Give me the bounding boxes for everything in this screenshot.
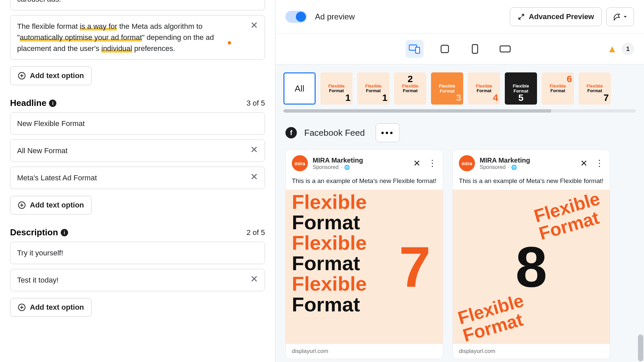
view-portrait[interactable] — [466, 40, 484, 58]
view-landscape[interactable] — [496, 40, 514, 58]
thumb-all[interactable]: All — [283, 72, 316, 105]
advanced-preview-label: Advanced Preview — [529, 12, 594, 21]
thumb-7[interactable]: FlexibleFormat7 — [579, 72, 611, 105]
thumbnail-scrollbar[interactable] — [283, 109, 636, 113]
headline-row-2[interactable]: Meta's Latest Ad Format ✕ — [10, 167, 265, 189]
card-menu-icon[interactable]: ⋮ — [595, 158, 604, 169]
description-section-head: Description i 2 of 5 — [10, 227, 265, 238]
description-count: 2 of 5 — [247, 228, 265, 237]
thumb-3[interactable]: FlexibleFormat3 — [431, 72, 463, 105]
headline-row-1[interactable]: All New Format ✕ — [10, 139, 265, 162]
portrait-icon — [471, 44, 479, 54]
primary-text-partial: carousel ads. — [17, 0, 61, 3]
info-icon[interactable]: i — [49, 100, 56, 107]
remove-text-option-icon[interactable]: ✕ — [250, 21, 258, 30]
view-square[interactable] — [436, 40, 454, 58]
page-avatar[interactable]: mira — [459, 155, 475, 171]
sponsored-label: Sponsored — [313, 164, 338, 170]
thumb-1b[interactable]: FlexibleFormat1 — [357, 72, 389, 105]
primary-text-2-d: preferences. — [132, 44, 175, 53]
display-url: displayurl.com — [453, 344, 610, 359]
description-text-0: Try it yourself! — [17, 247, 258, 258]
facebook-icon: f — [285, 127, 297, 138]
ad-card-2: mira MIRA Marketing Sponsored·🌐 ✕ ⋮ This… — [452, 149, 610, 359]
info-icon[interactable]: i — [61, 229, 68, 236]
page-name[interactable]: MIRA Marketing — [313, 157, 409, 164]
pane-scrollbar[interactable] — [638, 335, 643, 361]
headline-text-0: New Flexible Format — [17, 118, 258, 129]
add-primary-text-button[interactable]: Add text option — [10, 66, 92, 85]
card-close-icon[interactable]: ✕ — [413, 158, 421, 169]
creative-thumbnail-strip: All FlexibleFormat1 FlexibleFormat1 Flex… — [275, 64, 644, 109]
globe-icon: 🌐 — [344, 165, 350, 170]
description-text-1: Test it today! — [17, 275, 245, 286]
ad-creative-1[interactable]: Flexible Format Flexible Format Flexible… — [286, 190, 443, 344]
remove-description-icon[interactable]: ✕ — [250, 275, 258, 284]
preview-header: Ad preview Advanced Preview — [275, 0, 644, 34]
add-text-label: Add text option — [30, 71, 84, 80]
ad-primary-text: This is a an example of Meta's new Flexi… — [286, 177, 443, 190]
separator: · — [340, 164, 342, 170]
remove-headline-icon[interactable]: ✕ — [250, 172, 258, 182]
card-menu-icon[interactable]: ⋮ — [428, 158, 437, 169]
svg-rect-13 — [441, 45, 448, 53]
share-icon — [613, 13, 621, 21]
headline-row-0[interactable]: New Flexible Format — [10, 112, 265, 135]
warning-count-badge[interactable]: 1 — [622, 43, 634, 55]
svg-rect-15 — [500, 46, 510, 52]
thumb-5[interactable]: FlexibleFormat5 — [505, 72, 537, 105]
highlight-span: automatically optimise your ad format — [20, 33, 142, 42]
page-avatar[interactable]: mira — [292, 155, 308, 171]
plus-circle-icon — [18, 303, 26, 311]
primary-text-row-partial[interactable]: carousel ads. — [10, 0, 265, 10]
headline-count: 3 of 5 — [247, 99, 265, 108]
view-all-devices[interactable] — [406, 40, 424, 58]
ad-primary-text: This is a an example of Meta's new Flexi… — [453, 177, 610, 190]
highlight-span: individual — [101, 44, 132, 53]
feed-header: f Facebook Feed ••• — [275, 113, 644, 149]
primary-text-2-a: The flexible format — [17, 22, 80, 31]
card-close-icon[interactable]: ✕ — [580, 158, 588, 169]
square-icon — [440, 44, 449, 54]
feed-options-button[interactable]: ••• — [376, 123, 400, 142]
thumb-6[interactable]: FlexibleFormat6 — [542, 72, 574, 105]
devices-icon — [409, 44, 420, 54]
ad-preview-label: Ad preview — [315, 12, 355, 21]
device-view-tabs: ▲ 1 — [275, 34, 644, 64]
remove-headline-icon[interactable]: ✕ — [250, 145, 258, 155]
ad-card-1: mira MIRA Marketing Sponsored·🌐 ✕ ⋮ This… — [285, 149, 443, 359]
chevron-down-icon — [623, 14, 628, 19]
form-pane: carousel ads. The flexible format is a w… — [0, 0, 275, 362]
add-description-button[interactable]: Add text option — [10, 298, 92, 317]
headline-text-2: Meta's Latest Ad Format — [17, 172, 245, 183]
plus-circle-icon — [18, 201, 26, 209]
thumb-1a[interactable]: FlexibleFormat1 — [320, 72, 353, 105]
separator: · — [507, 164, 509, 170]
headline-text-1: All New Format — [17, 145, 245, 156]
display-url: displayurl.com — [286, 344, 443, 359]
advanced-preview-button[interactable]: Advanced Preview — [510, 7, 602, 26]
preview-cards: mira MIRA Marketing Sponsored·🌐 ✕ ⋮ This… — [275, 149, 644, 359]
highlight-span: is a way for — [80, 22, 117, 31]
add-text-label: Add text option — [30, 303, 84, 312]
creative-number: 8 — [516, 234, 547, 300]
ad-creative-2[interactable]: Flexible Format Flexible Format 8 — [453, 190, 610, 344]
creative-number: 7 — [399, 234, 431, 300]
description-label: Description — [10, 227, 58, 238]
ad-preview-toggle[interactable] — [285, 11, 307, 23]
thumb-2[interactable]: FlexibleFormat2 — [394, 72, 426, 105]
page-name[interactable]: MIRA Marketing — [480, 157, 576, 164]
description-row-0[interactable]: Try it yourself! — [10, 242, 265, 264]
description-row-1[interactable]: Test it today! ✕ — [10, 269, 265, 291]
primary-text-row-2[interactable]: The flexible format is a way for the Met… — [10, 15, 265, 60]
thumb-4[interactable]: FlexibleFormat4 — [468, 72, 500, 105]
add-headline-button[interactable]: Add text option — [10, 196, 92, 215]
feed-title: Facebook Feed — [304, 128, 365, 138]
plus-circle-icon — [18, 72, 26, 80]
expand-icon — [518, 13, 525, 20]
warning-icon[interactable]: ▲ — [607, 43, 617, 55]
preview-pane: Ad preview Advanced Preview ▲ — [275, 0, 644, 362]
suggestion-dot-icon — [228, 41, 231, 45]
headline-label: Headline — [10, 98, 46, 108]
share-dropdown-button[interactable] — [606, 7, 634, 26]
